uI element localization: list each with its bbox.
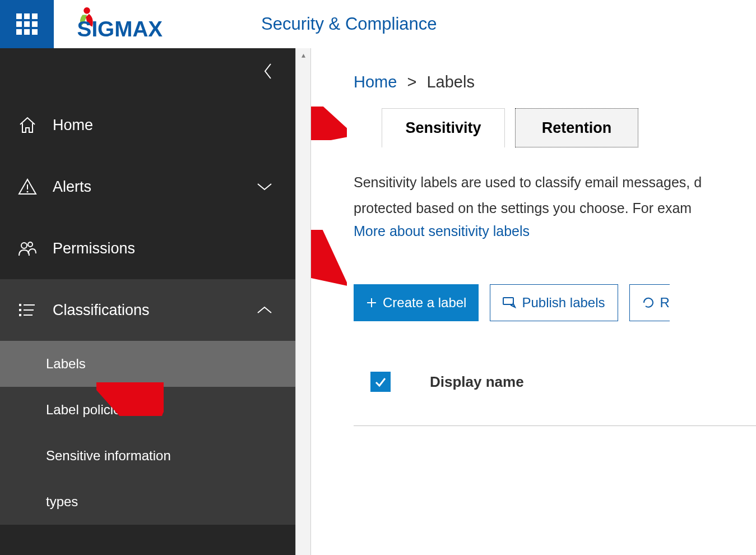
sidebar-item-label: Sensitive information [46,448,171,464]
svg-rect-10 [19,314,21,316]
toolbar: Create a label Publish labels R [354,284,756,321]
svg-line-15 [311,117,336,130]
button-label: R [660,295,670,311]
button-label: Create a label [383,295,466,311]
content-scrollbar[interactable]: ▴ [295,48,311,555]
annotation-arrow-3 [96,382,164,416]
create-label-button[interactable]: Create a label [354,284,479,321]
sidebar-subitem-labels[interactable]: Labels [0,341,295,387]
sidebar-item-label: Classifications [53,302,150,319]
svg-line-16 [311,235,333,274]
breadcrumb-home[interactable]: Home [354,73,397,91]
waffle-icon [16,13,38,35]
sidebar-item-label: types [46,494,78,510]
svg-rect-6 [19,304,21,306]
app-title: Security & Compliance [244,14,437,34]
svg-point-0 [84,7,90,14]
svg-rect-8 [19,309,21,311]
scroll-up-icon: ▴ [296,50,310,59]
publish-labels-button[interactable]: Publish labels [490,284,618,321]
sidebar-item-permissions[interactable]: Permissions [0,218,295,279]
classifications-subnav: Labels Label policies Sensitive informat… [0,341,295,525]
breadcrumb-separator: > [407,73,416,91]
description-line-2: protected based on the settings you choo… [354,198,756,219]
annotation-arrow-1 [311,107,347,140]
tab-retention[interactable]: Retention [515,108,638,147]
svg-rect-14 [503,298,513,304]
more-about-link[interactable]: More about sensitivity labels [354,223,756,239]
svg-text:SIGMAX: SIGMAX [77,17,163,41]
refresh-icon [642,297,655,309]
chevron-up-icon [256,302,273,319]
classifications-icon [18,300,53,320]
sidebar-item-label: Alerts [53,178,91,196]
permissions-icon [18,239,53,258]
home-icon [18,115,53,135]
plus-icon [366,297,377,308]
sidebar-item-label: Home [53,117,93,134]
publish-icon [503,297,516,308]
svg-point-4 [21,243,27,248]
description-line-1: Sensitivity labels are used to classify … [354,172,756,193]
table-divider [354,425,756,426]
check-icon [374,375,387,388]
refresh-button[interactable]: R [629,284,670,321]
table-header: Display name [354,372,756,392]
sidebar-item-alerts[interactable]: Alerts [0,156,295,218]
sidebar-item-classifications[interactable]: Classifications [0,279,295,341]
sidebar-item-label: Permissions [53,240,135,257]
tabs: Sensitivity Retention [354,108,756,147]
sidebar-subitem-types[interactable]: types [0,479,295,525]
column-display-name[interactable]: Display name [430,373,524,391]
brand-logo: SIGMAX [54,4,244,44]
svg-point-3 [27,191,29,193]
button-label: Publish labels [522,295,605,311]
chevron-left-icon [263,63,273,80]
breadcrumb: Home > Labels [354,73,756,91]
tab-sensitivity[interactable]: Sensitivity [382,108,505,147]
shell: Home Alerts Permissions [0,48,756,555]
collapse-sidebar-button[interactable] [0,48,295,94]
app-header: SIGMAX Security & Compliance [0,0,756,48]
sidebar-item-label: Labels [46,356,86,372]
app-launcher-button[interactable] [0,0,54,48]
svg-line-17 [108,389,158,409]
chevron-down-icon [256,178,273,196]
breadcrumb-current: Labels [426,73,474,91]
select-all-checkbox[interactable] [370,372,391,392]
sidebar: Home Alerts Permissions [0,48,295,555]
content-pane: Home > Labels Sensitivity Retention Sens… [311,48,756,555]
svg-point-5 [28,242,33,247]
sidebar-item-home[interactable]: Home [0,94,295,156]
annotation-arrow-2 [311,230,347,286]
alert-icon [18,177,53,196]
sidebar-subitem-sensitive-info[interactable]: Sensitive information [0,433,295,479]
